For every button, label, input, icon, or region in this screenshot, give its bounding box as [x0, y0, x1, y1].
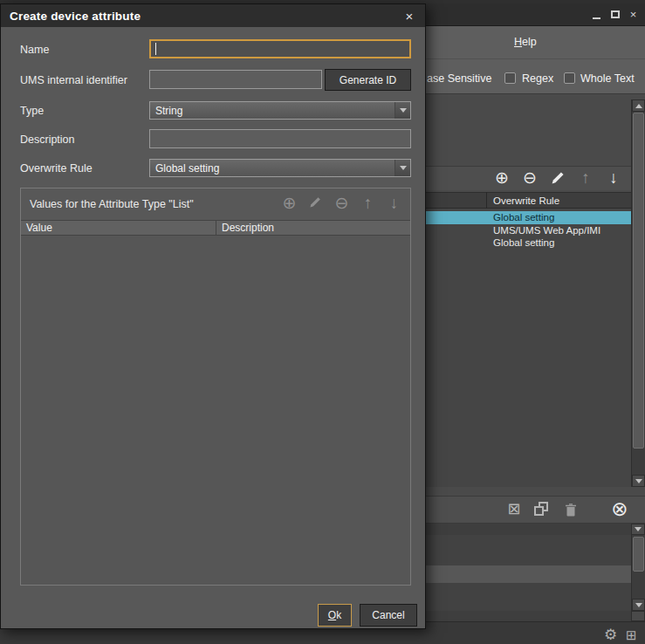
settings-grid-icon[interactable]: ⊞ [626, 627, 637, 643]
row-text: Global setting [493, 237, 554, 248]
dialog-title: Create device attribute [10, 10, 141, 23]
clear-box-icon[interactable]: ⊠ [504, 500, 524, 518]
minimize-button[interactable] [589, 7, 604, 22]
scroll-corner [631, 611, 645, 621]
values-table-body[interactable] [21, 236, 410, 585]
values-column-description[interactable]: Description [216, 221, 410, 235]
window-controls: × [589, 7, 641, 22]
maximize-button[interactable] [607, 7, 622, 22]
create-device-attribute-dialog: Create device attribute × Name UMS inter… [0, 3, 426, 629]
move-down-icon[interactable]: ↓ [385, 194, 403, 212]
close-icon: × [630, 7, 637, 22]
type-selected-value: String [150, 102, 395, 119]
remove-circle-icon[interactable]: ⊖ [520, 168, 539, 187]
help-label: H [514, 36, 522, 48]
overwrite-rule-selected-value: Global setting [150, 160, 395, 176]
scrollbar-down-icon[interactable] [632, 599, 645, 611]
scrollbar-thumb[interactable] [633, 537, 644, 572]
ums-id-input[interactable] [149, 70, 322, 89]
chevron-down-icon [395, 160, 410, 176]
scrollbar-down-icon[interactable] [631, 524, 645, 535]
case-sensitive-label: ase Sensitive [427, 72, 491, 85]
scrollbar-down-icon[interactable] [632, 475, 645, 487]
close-circle-icon[interactable]: ⊗ [610, 498, 629, 519]
move-down-icon[interactable]: ↓ [604, 168, 623, 187]
text-caret [155, 43, 156, 55]
dialog-titlebar[interactable]: Create device attribute × [1, 4, 425, 27]
name-input[interactable] [149, 39, 411, 58]
cancel-button[interactable]: Cancel [360, 604, 417, 627]
overwrite-rule-label: Overwrite Rule [20, 162, 93, 175]
add-circle-icon[interactable]: ⊕ [280, 194, 298, 212]
row-text: Global setting [493, 212, 554, 223]
description-input[interactable] [149, 129, 411, 148]
help-button[interactable]: Help [514, 36, 537, 48]
ok-label-rest: k [336, 609, 341, 621]
dialog-close-icon[interactable]: × [402, 9, 416, 24]
whole-text-label: Whole Text [580, 72, 635, 85]
window-close-button[interactable]: × [626, 7, 641, 22]
regex-label: Regex [522, 72, 553, 85]
type-dropdown[interactable]: String [149, 101, 411, 120]
values-column-value[interactable]: Value [21, 221, 216, 235]
results-scrollbar[interactable] [631, 99, 645, 487]
move-up-icon[interactable]: ↑ [576, 168, 595, 187]
chevron-down-icon [395, 102, 410, 119]
scrollbar-thumb[interactable] [633, 113, 644, 449]
row-text: UMS/UMS Web App/IMI [493, 225, 600, 236]
maximize-icon [611, 10, 620, 18]
dialog-body: Name UMS internal identifier Generate ID… [1, 27, 425, 628]
type-label: Type [20, 105, 44, 117]
help-label-rest: elp [522, 36, 537, 48]
values-table-header: Value Description [21, 220, 410, 236]
column-separator [486, 192, 487, 209]
scrollbar-up-icon[interactable] [632, 99, 645, 112]
minimize-icon [593, 17, 600, 19]
description-label: Description [20, 134, 75, 146]
name-label: Name [20, 44, 49, 56]
regex-checkbox[interactable] [504, 72, 516, 84]
ok-label: O [328, 609, 336, 621]
copy-icon[interactable] [532, 502, 552, 521]
delete-trash-icon[interactable] [561, 502, 580, 520]
whole-text-checkbox[interactable] [564, 72, 575, 84]
values-panel-title: Values for the Attribute Type "List" [30, 198, 194, 210]
overwrite-rule-dropdown[interactable]: Global setting [149, 159, 411, 177]
ok-button[interactable]: Ok [318, 604, 352, 627]
add-circle-icon[interactable]: ⊕ [492, 168, 511, 187]
values-panel: Values for the Attribute Type "List" ⊕ ⊖… [20, 188, 411, 586]
gear-icon[interactable]: ⚙ [604, 626, 617, 644]
screen: × Help ase Sensitive Regex Whole Text ⊕ … [0, 0, 645, 644]
ums-id-label: UMS internal identifier [20, 74, 127, 86]
move-up-icon[interactable]: ↑ [359, 194, 377, 212]
edit-pencil-icon[interactable] [548, 170, 567, 188]
generate-id-button[interactable]: Generate ID [325, 69, 411, 91]
remove-circle-icon[interactable]: ⊖ [333, 194, 351, 212]
lower-panel-scrollbar[interactable] [631, 535, 645, 611]
edit-pencil-icon[interactable] [306, 194, 325, 212]
values-panel-toolbar: ⊕ ⊖ ↑ ↓ [280, 194, 403, 212]
